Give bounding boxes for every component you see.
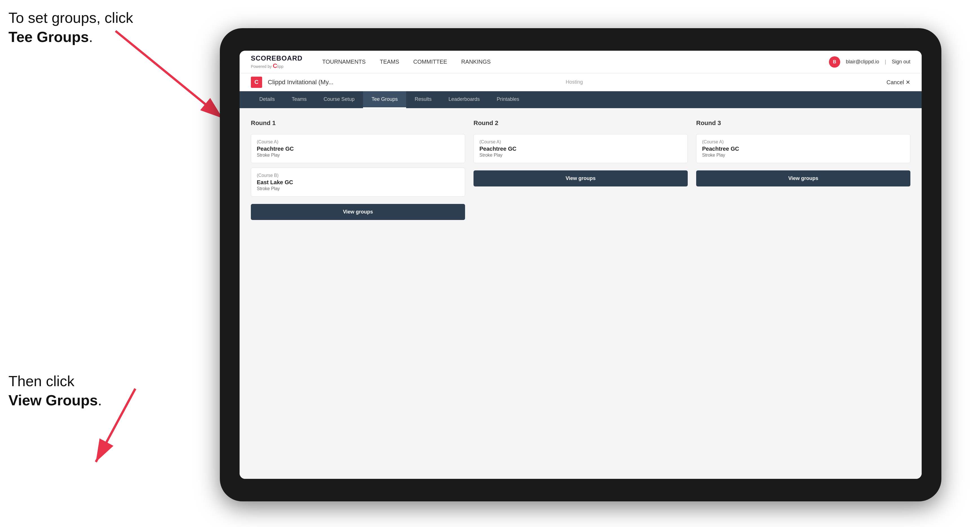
round-3-column: Round 3 (Course A) Peachtree GC Stroke P…: [696, 119, 910, 220]
tablet-screen: SCOREBOARD Powered by Clipp TOURNAMENTS …: [240, 51, 922, 479]
tab-printables[interactable]: Printables: [488, 91, 528, 108]
logo-sub: Powered by Clipp: [251, 62, 302, 70]
round-2-course-a-name: Peachtree GC: [479, 146, 682, 152]
nav-committee[interactable]: COMMITTEE: [413, 57, 447, 66]
nav-links: TOURNAMENTS TEAMS COMMITTEE RANKINGS: [322, 57, 815, 66]
round-2-view-groups-button[interactable]: View groups: [474, 170, 688, 186]
round-1-course-b-label: (Course B): [257, 173, 459, 178]
instruction-bottom: Then click View Groups.: [8, 372, 102, 410]
round-3-view-groups-button[interactable]: View groups: [696, 170, 910, 186]
nav-tournaments[interactable]: TOURNAMENTS: [322, 57, 366, 66]
cancel-button[interactable]: Cancel ✕: [886, 79, 910, 86]
navbar: SCOREBOARD Powered by Clipp TOURNAMENTS …: [240, 51, 922, 73]
round-1-view-groups-button[interactable]: View groups: [251, 204, 465, 220]
round-3-course-a-format: Stroke Play: [702, 153, 904, 158]
round-1-title: Round 1: [251, 119, 465, 127]
logo-text: SCOREBOARD: [251, 54, 302, 62]
round-2-course-a-format: Stroke Play: [479, 153, 682, 158]
nav-teams[interactable]: TEAMS: [380, 57, 399, 66]
tab-details[interactable]: Details: [251, 91, 283, 108]
round-2-column: Round 2 (Course A) Peachtree GC Stroke P…: [474, 119, 688, 220]
sub-header: C Clippd Invitational (My... Hosting Can…: [240, 73, 922, 91]
sign-out-link[interactable]: Sign out: [892, 59, 910, 65]
tab-teams[interactable]: Teams: [283, 91, 315, 108]
tab-leaderboards[interactable]: Leaderboards: [440, 91, 488, 108]
nav-right: B blair@clippd.io | Sign out: [829, 56, 910, 68]
round-3-course-a-label: (Course A): [702, 140, 904, 144]
logo-area: SCOREBOARD Powered by Clipp: [251, 54, 302, 70]
instruction-top-line2: Tee Groups: [8, 29, 89, 45]
round-3-title: Round 3: [696, 119, 910, 127]
instruction-bottom-line2: View Groups: [8, 392, 98, 408]
round-1-course-b-format: Stroke Play: [257, 186, 459, 191]
tab-bar: Details Teams Course Setup Tee Groups Re…: [240, 91, 922, 108]
round-3-course-a-name: Peachtree GC: [702, 146, 904, 152]
nav-rankings[interactable]: RANKINGS: [461, 57, 490, 66]
round-3-course-a-card: (Course A) Peachtree GC Stroke Play: [696, 134, 910, 163]
instruction-top: To set groups, click Tee Groups.: [8, 8, 133, 46]
round-2-course-a-label: (Course A): [479, 140, 682, 144]
round-2-course-a-card: (Course A) Peachtree GC Stroke Play: [474, 134, 688, 163]
tab-tee-groups[interactable]: Tee Groups: [363, 91, 406, 108]
round-1-course-a-name: Peachtree GC: [257, 146, 459, 152]
round-1-course-b-name: East Lake GC: [257, 179, 459, 186]
round-2-title: Round 2: [474, 119, 688, 127]
rounds-container: Round 1 (Course A) Peachtree GC Stroke P…: [251, 119, 910, 220]
round-1-course-b-card: (Course B) East Lake GC Stroke Play: [251, 168, 465, 197]
hosting-badge: Hosting: [566, 79, 583, 85]
event-name: Clippd Invitational (My...: [268, 79, 560, 86]
round-1-course-a-card: (Course A) Peachtree GC Stroke Play: [251, 134, 465, 163]
user-avatar: B: [829, 56, 840, 68]
round-1-course-a-format: Stroke Play: [257, 153, 459, 158]
user-email: blair@clippd.io: [846, 59, 879, 65]
round-1-course-a-label: (Course A): [257, 140, 459, 144]
instruction-top-line1: To set groups, click: [8, 10, 133, 26]
instruction-bottom-line1: Then click: [8, 373, 75, 389]
tab-results[interactable]: Results: [406, 91, 440, 108]
tablet-device: SCOREBOARD Powered by Clipp TOURNAMENTS …: [220, 28, 942, 502]
event-logo: C: [251, 76, 262, 88]
round-1-column: Round 1 (Course A) Peachtree GC Stroke P…: [251, 119, 465, 220]
tab-course-setup[interactable]: Course Setup: [315, 91, 363, 108]
main-content: Round 1 (Course A) Peachtree GC Stroke P…: [240, 108, 922, 479]
